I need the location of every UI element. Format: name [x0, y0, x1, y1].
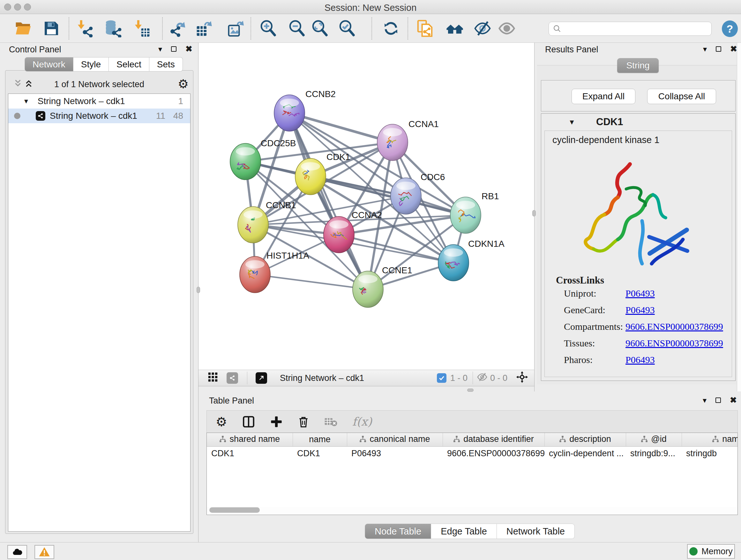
column-header[interactable]: namespace	[682, 433, 738, 446]
table-row[interactable]: CDK1 CDK1 P06493 9606.ENSP00000378699 cy…	[207, 446, 738, 460]
delete-table-icon[interactable]	[324, 415, 338, 428]
network-node-HIST1H1A[interactable]	[240, 256, 270, 293]
network-node-CDC6[interactable]	[391, 178, 421, 214]
network-node-CCNA1[interactable]	[377, 124, 408, 161]
right-splitter-handle[interactable]	[532, 210, 536, 216]
import-network-database-icon[interactable]	[104, 19, 122, 37]
tab-select[interactable]: Select	[109, 57, 149, 71]
column-header[interactable]: description	[544, 433, 626, 446]
network-row[interactable]: String Network – cdk1 11 48	[8, 109, 190, 123]
column-header[interactable]: @id	[626, 433, 682, 446]
detach-view-icon[interactable]	[256, 372, 267, 384]
help-icon[interactable]: ?	[722, 20, 738, 37]
network-node-CCNE1[interactable]	[353, 271, 383, 307]
hide-selected-icon[interactable]	[474, 19, 491, 37]
close-panel-icon[interactable]: ✖	[730, 395, 737, 405]
crosslink-link[interactable]: 9606.ENSP00000378699	[625, 338, 723, 349]
table-horizontal-scrollbar[interactable]	[207, 507, 738, 513]
cell-name[interactable]: CDK1	[293, 446, 347, 460]
zoom-selected-icon[interactable]	[338, 19, 356, 37]
maximize-panel-icon[interactable]	[716, 46, 721, 52]
collection-caret-icon[interactable]: ▼	[23, 98, 29, 105]
crosslink-link[interactable]: P06493	[625, 305, 655, 315]
navigator-icon[interactable]	[516, 371, 529, 386]
add-column-icon[interactable]	[270, 415, 283, 428]
cell-shared-name[interactable]: CDK1	[207, 446, 293, 460]
network-collection-row[interactable]: ▼ String Network – cdk1 1	[8, 94, 190, 109]
zoom-fit-icon[interactable]	[311, 19, 329, 37]
table-options-gear-icon[interactable]: ⚙	[216, 415, 227, 429]
network-node-CCNB1[interactable]	[238, 206, 268, 243]
close-panel-icon[interactable]: ✖	[185, 44, 192, 54]
control-panel: Control Panel ▾ ✖ Network Style Select S…	[0, 43, 199, 542]
tab-style[interactable]: Style	[73, 57, 109, 71]
cell-namespace[interactable]: stringdb	[682, 446, 738, 460]
crosslink-link[interactable]: P06493	[625, 288, 655, 299]
maximize-panel-icon[interactable]	[716, 397, 721, 403]
network-node-CDKN1A[interactable]	[438, 245, 469, 281]
crosslink-link[interactable]: 9606.ENSP00000378699	[625, 321, 723, 332]
network-options-gear-icon[interactable]: ⚙	[178, 77, 189, 91]
tab-node-table[interactable]: Node Table	[365, 523, 431, 539]
network-canvas[interactable]: CCNB2CCNA1CDC25BCDK1CDC6RB1CCNB1CCNA2CDK…	[199, 43, 534, 370]
float-panel-icon[interactable]: ▾	[158, 45, 162, 54]
crosslink-row: Pharos: P06493	[545, 354, 732, 371]
import-table-icon[interactable]	[133, 19, 151, 37]
tab-edge-table[interactable]: Edge Table	[431, 523, 497, 539]
cell-database-identifier[interactable]: 9606.ENSP00000378699	[443, 446, 544, 460]
cell-canonical-name[interactable]: P06493	[347, 446, 443, 460]
zoom-in-icon[interactable]	[259, 19, 277, 37]
expand-all-button[interactable]: Expand All	[571, 89, 635, 104]
network-node-CDK1[interactable]	[295, 159, 326, 195]
clone-network-icon[interactable]	[416, 19, 434, 37]
scrollbar-thumb[interactable]	[209, 507, 260, 513]
left-splitter-handle[interactable]	[197, 287, 200, 293]
float-panel-icon[interactable]: ▾	[703, 396, 706, 405]
status-bar: Memory	[0, 542, 741, 560]
export-table-icon[interactable]	[195, 19, 213, 37]
export-image-icon[interactable]	[227, 19, 245, 37]
maximize-panel-icon[interactable]	[171, 46, 177, 52]
show-all-icon[interactable]	[498, 19, 516, 37]
network-share-view-icon[interactable]	[226, 372, 238, 384]
column-header[interactable]: shared name	[207, 433, 293, 446]
import-network-file-icon[interactable]	[76, 19, 94, 37]
cell-description[interactable]: cyclin-dependent ...	[544, 446, 626, 460]
column-header[interactable]: name	[293, 433, 347, 446]
warning-status-button[interactable]	[35, 545, 54, 559]
table-splitter-handle[interactable]	[467, 388, 474, 392]
cell-id[interactable]: stringdb:9...	[626, 446, 682, 460]
network-node-CCNA2[interactable]	[324, 216, 354, 253]
export-network-icon[interactable]	[169, 19, 187, 37]
crosslink-link[interactable]: P06493	[625, 354, 655, 365]
zoom-out-icon[interactable]	[288, 19, 306, 37]
collapse-all-button[interactable]: Collapse All	[647, 89, 716, 104]
search-input[interactable]	[562, 24, 708, 34]
selected-checkbox-icon[interactable]	[437, 373, 447, 383]
crosslink-label: Compartments:	[564, 321, 623, 332]
float-panel-icon[interactable]: ▾	[703, 45, 707, 54]
tab-network[interactable]: Network	[24, 57, 73, 71]
function-builder-icon[interactable]: f(x)	[352, 415, 372, 428]
column-type-icon	[641, 435, 648, 445]
column-header[interactable]: database identifier	[443, 433, 544, 446]
memory-button[interactable]: Memory	[687, 544, 735, 559]
results-scrollbar[interactable]	[737, 43, 741, 391]
network-node-CCNB2[interactable]	[274, 95, 305, 131]
gene-caret-icon[interactable]: ▼	[568, 118, 576, 126]
network-node-RB1[interactable]	[450, 197, 481, 233]
tab-sets[interactable]: Sets	[149, 57, 183, 71]
apply-layout-refresh-icon[interactable]	[382, 19, 400, 37]
show-columns-icon[interactable]	[242, 415, 255, 428]
grid-view-icon[interactable]	[207, 372, 218, 385]
first-neighbors-icon[interactable]	[446, 19, 464, 37]
open-session-icon[interactable]	[14, 19, 32, 37]
results-tab-string[interactable]: String	[617, 58, 659, 73]
close-panel-icon[interactable]: ✖	[730, 44, 737, 54]
delete-column-icon[interactable]	[297, 416, 310, 428]
column-header[interactable]: canonical name	[347, 433, 443, 446]
tab-network-table[interactable]: Network Table	[497, 523, 575, 539]
save-session-icon[interactable]	[43, 19, 60, 37]
network-node-CDC25B[interactable]	[230, 143, 261, 180]
cloud-status-button[interactable]	[7, 545, 27, 559]
